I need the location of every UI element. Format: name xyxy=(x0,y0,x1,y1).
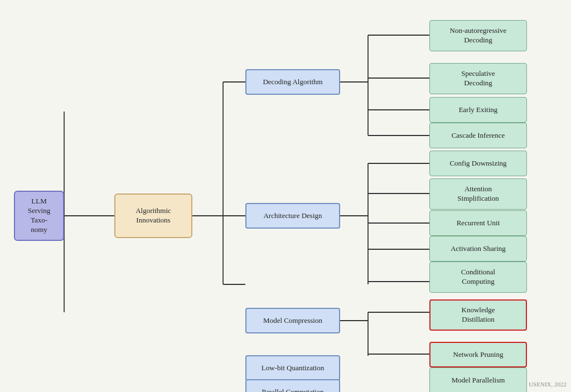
attention-label: Attention Simplification xyxy=(457,185,499,204)
model-compression-node: Model Compression xyxy=(245,308,340,333)
network-pruning-node: Network Pruning xyxy=(429,342,527,367)
parallelism-label: Model Parallelism xyxy=(452,376,505,385)
conditional-computing-node: Conditional Computing xyxy=(429,262,527,293)
config-label: Config Downsizing xyxy=(449,159,506,168)
low-bit-quantization-node: Low-bit Quantization xyxy=(245,355,340,381)
architecture-design-node: Architecture Design xyxy=(245,203,340,229)
decoding-label: Decoding Algorithm xyxy=(263,78,322,87)
nar-decoding-node: Non-autoregressive Decoding xyxy=(429,20,527,51)
root-node: LLM Serving Taxo- nomy xyxy=(14,191,64,241)
activation-sharing-node: Activation Sharing xyxy=(429,236,527,262)
compression-label: Model Compression xyxy=(263,316,322,326)
parallel-label: Parallel Computation xyxy=(262,388,324,392)
speculative-decoding-node: Speculative Decoding xyxy=(429,63,527,94)
config-downsizing-node: Config Downsizing xyxy=(429,151,527,176)
algo-label: Algorithmic Innovations xyxy=(136,206,171,225)
algorithmic-innovations-node: Algorithmic Innovations xyxy=(114,193,192,238)
spec-label: Speculative Decoding xyxy=(461,69,495,88)
recurrent-unit-node: Recurrent Unit xyxy=(429,210,527,236)
recurrent-label: Recurrent Unit xyxy=(457,219,500,228)
cascade-label: Cascade Inference xyxy=(452,131,505,141)
quantization-label: Low-bit Quantization xyxy=(262,364,324,373)
knowledge-distillation-node: Knowledge Distillation xyxy=(429,299,527,331)
arch-label: Architecture Design xyxy=(263,211,322,221)
early-label: Early Exiting xyxy=(459,105,498,115)
nar-label: Non-autoregressive Decoding xyxy=(450,26,507,45)
pruning-label: Network Pruning xyxy=(453,350,504,360)
conditional-label: Conditional Computing xyxy=(461,268,495,287)
activation-label: Activation Sharing xyxy=(451,244,506,254)
attention-simplification-node: Attention Simplification xyxy=(429,178,527,210)
knowledge-label: Knowledge Distillation xyxy=(462,306,495,325)
parallel-computation-node: Parallel Computation xyxy=(245,379,340,392)
watermark: USENIX, 2022 xyxy=(529,381,567,388)
root-label: LLM Serving Taxo- nomy xyxy=(28,197,50,235)
cascade-inference-node: Cascade Inference xyxy=(429,123,527,148)
early-exiting-node: Early Exiting xyxy=(429,97,527,123)
decoding-algorithm-node: Decoding Algorithm xyxy=(245,69,340,95)
model-parallelism-node: Model Parallelism xyxy=(429,367,527,392)
